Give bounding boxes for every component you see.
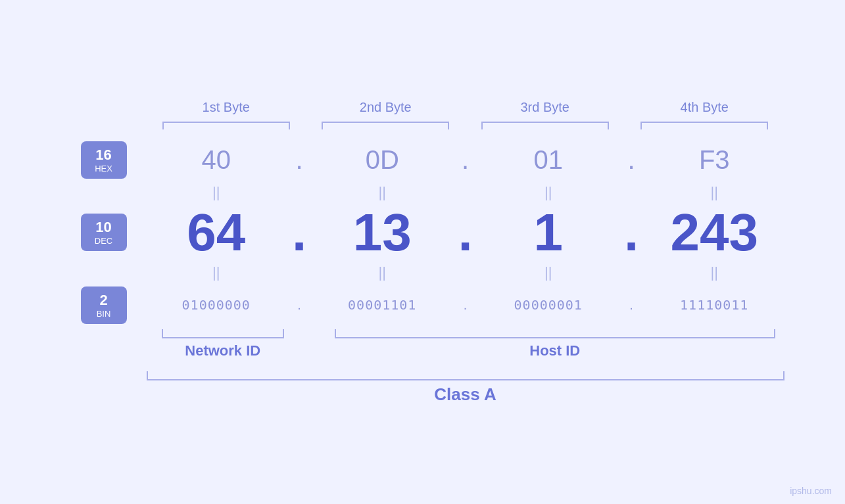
hex-val-2: 0D — [312, 145, 452, 175]
net-bracket-inner: Network ID — [162, 329, 284, 359]
hex-values: 40 . 0D . 01 . F3 — [147, 145, 785, 175]
equals-row-1: || || || || — [61, 184, 785, 201]
bracket-cell-3 — [466, 122, 625, 129]
eq-2-4: || — [644, 264, 785, 281]
eq-2-2: || — [312, 264, 452, 281]
class-bracket — [147, 371, 785, 380]
byte-header-4: 4th Byte — [625, 100, 785, 115]
byte-header-1: 1st Byte — [147, 100, 306, 115]
bin-dot-3: . — [618, 298, 644, 313]
dec-val-3: 1 — [479, 206, 619, 259]
bin-values: 01000000 . 00001101 . 00000001 . 1111001… — [147, 297, 785, 313]
hex-base-num: 16 — [90, 147, 118, 164]
hex-dot-2: . — [452, 145, 479, 175]
eq-2-1: || — [147, 264, 287, 281]
eq-1-1: || — [147, 184, 287, 201]
eq-1-2: || — [312, 184, 452, 201]
bin-dot-1: . — [286, 298, 312, 313]
hex-row: 16 HEX 40 . 0D . 01 . F3 — [61, 141, 785, 179]
bottom-section: Network ID Host ID — [61, 329, 785, 359]
bracket-cell-4 — [625, 122, 785, 129]
bin-val-3: 00000001 — [479, 297, 619, 313]
bottom-brackets: Network ID Host ID — [147, 329, 785, 359]
hex-badge: 16 HEX — [81, 141, 127, 179]
dec-val-1: 64 — [147, 206, 287, 259]
top-bracket-4 — [640, 122, 768, 129]
bin-val-2: 00001101 — [312, 297, 452, 313]
bin-badge: 2 BIN — [81, 286, 127, 324]
host-bracket-wrap: Host ID — [326, 329, 785, 359]
dec-val-2: 13 — [312, 206, 452, 259]
host-bracket — [335, 329, 775, 338]
byte-headers-row: 1st Byte 2nd Byte 3rd Byte 4th Byte — [61, 100, 785, 115]
dec-badge: 10 DEC — [81, 214, 127, 251]
hex-base-name: HEX — [90, 164, 118, 173]
network-id-label: Network ID — [162, 342, 284, 359]
bin-base-num: 2 — [90, 292, 118, 309]
top-bracket-2 — [322, 122, 449, 129]
hex-label: 16 HEX — [61, 141, 147, 179]
class-label: Class A — [147, 384, 785, 405]
dec-dot-2: . — [452, 206, 479, 259]
dec-label: 10 DEC — [61, 214, 147, 251]
bin-label: 2 BIN — [61, 286, 147, 324]
host-bracket-inner: Host ID — [335, 329, 775, 359]
top-brackets-row — [61, 122, 785, 129]
net-bracket — [162, 329, 284, 338]
eq-2-3: || — [479, 264, 619, 281]
bin-val-4: 11110011 — [644, 297, 785, 313]
hex-dot-3: . — [618, 145, 644, 175]
host-id-label: Host ID — [335, 342, 775, 359]
bin-row: 2 BIN 01000000 . 00001101 . 00000001 . 1… — [61, 286, 785, 324]
top-bracket-1 — [162, 122, 290, 129]
top-bracket-3 — [481, 122, 609, 129]
watermark: ipshu.com — [790, 486, 832, 496]
dec-dot-3: . — [618, 206, 644, 259]
bracket-cell-1 — [147, 122, 306, 129]
byte-header-2: 2nd Byte — [306, 100, 466, 115]
hex-val-1: 40 — [147, 145, 287, 175]
byte-header-3: 3rd Byte — [466, 100, 625, 115]
equals-row-2: || || || || — [61, 264, 785, 281]
bin-base-name: BIN — [90, 309, 118, 319]
hex-val-4: F3 — [644, 145, 785, 175]
dec-base-num: 10 — [90, 219, 118, 236]
main-container: 1st Byte 2nd Byte 3rd Byte 4th Byte 16 H… — [61, 100, 785, 405]
eq-1-3: || — [479, 184, 619, 201]
bin-val-1: 01000000 — [147, 297, 287, 313]
bin-dot-2: . — [452, 298, 479, 313]
hex-dot-1: . — [286, 145, 312, 175]
net-bracket-wrap: Network ID — [147, 329, 300, 359]
dec-val-4: 243 — [644, 206, 785, 259]
dec-values: 64 . 13 . 1 . 243 — [147, 206, 785, 259]
dec-base-name: DEC — [90, 236, 118, 246]
dec-row: 10 DEC 64 . 13 . 1 . 243 — [61, 206, 785, 259]
eq-1-4: || — [644, 184, 785, 201]
class-section: Class A — [61, 371, 785, 405]
bracket-cell-2 — [306, 122, 466, 129]
dec-dot-1: . — [286, 206, 312, 259]
hex-val-3: 01 — [479, 145, 619, 175]
